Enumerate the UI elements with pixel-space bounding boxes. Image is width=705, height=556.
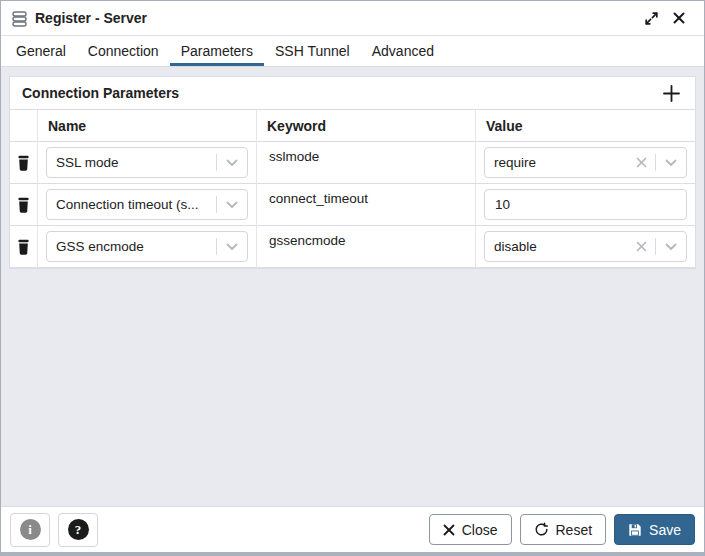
delete-row-button[interactable] xyxy=(15,195,32,215)
delete-row-button[interactable] xyxy=(15,237,32,257)
save-icon xyxy=(628,523,642,537)
server-icon xyxy=(11,10,28,27)
value-select[interactable]: require xyxy=(484,147,687,178)
chevron-down-icon[interactable] xyxy=(662,159,680,167)
sql-info-button[interactable]: i xyxy=(10,513,50,547)
plus-icon xyxy=(663,85,680,102)
name-select[interactable]: SSL mode xyxy=(46,147,248,178)
close-button-label: Close xyxy=(462,522,498,538)
name-select-value: Connection timeout (s... xyxy=(56,197,210,212)
table-row-3-value-cell: disable xyxy=(476,226,695,268)
chevron-down-icon[interactable] xyxy=(223,201,241,209)
column-header-value: Value xyxy=(476,110,695,142)
close-icon xyxy=(673,12,685,24)
select-separator xyxy=(216,238,217,255)
register-server-dialog: Register - Server General Connection Par… xyxy=(0,0,705,556)
value-select[interactable]: disable xyxy=(484,231,687,262)
name-select-value: GSS encmode xyxy=(56,239,210,254)
close-x-icon xyxy=(443,524,455,536)
value-input[interactable] xyxy=(484,189,687,220)
chevron-down-icon[interactable] xyxy=(662,243,680,251)
select-separator xyxy=(216,196,217,213)
name-select[interactable]: Connection timeout (s... xyxy=(46,189,248,220)
save-button-label: Save xyxy=(649,522,681,538)
connection-parameters-panel: Connection Parameters Name Keyword Value xyxy=(9,76,696,269)
table-row-1-value-cell: require xyxy=(476,142,695,184)
clear-value-icon[interactable] xyxy=(634,241,649,252)
select-separator xyxy=(655,154,656,171)
tab-connection[interactable]: Connection xyxy=(77,36,170,66)
name-select-value: SSL mode xyxy=(56,155,210,170)
panel-title: Connection Parameters xyxy=(22,85,179,101)
tab-general[interactable]: General xyxy=(5,36,77,66)
table-row-2-value-cell xyxy=(476,184,695,226)
table-row-3-delete-cell xyxy=(10,226,38,268)
value-select-value: disable xyxy=(494,239,634,254)
help-icon: ? xyxy=(68,519,89,540)
table-row-3-name-cell: GSS encmode xyxy=(38,226,257,268)
chevron-down-icon[interactable] xyxy=(223,159,241,167)
name-select[interactable]: GSS encmode xyxy=(46,231,248,262)
trash-icon xyxy=(17,155,30,171)
column-header-name: Name xyxy=(38,110,257,142)
maximize-button[interactable] xyxy=(640,7,662,29)
titlebar: Register - Server xyxy=(1,1,704,36)
tabbar: General Connection Parameters SSH Tunnel… xyxy=(1,36,704,67)
tab-advanced[interactable]: Advanced xyxy=(361,36,445,66)
footer: i ? Close Reset Save xyxy=(1,506,704,552)
reset-icon xyxy=(534,522,549,537)
select-separator xyxy=(655,238,656,255)
column-header-keyword: Keyword xyxy=(257,110,476,142)
header-spacer-cell xyxy=(10,110,38,142)
table-row-1-delete-cell xyxy=(10,142,38,184)
help-button[interactable]: ? xyxy=(58,513,98,547)
delete-row-button[interactable] xyxy=(15,153,32,173)
reset-button-label: Reset xyxy=(556,522,593,538)
table-row-2-keyword-cell: connect_timeout xyxy=(257,184,476,226)
tab-ssh-tunnel[interactable]: SSH Tunnel xyxy=(264,36,361,66)
clear-value-icon[interactable] xyxy=(634,157,649,168)
table-row-3-keyword-cell: gssencmode xyxy=(257,226,476,268)
trash-icon xyxy=(17,239,30,255)
table-row-2-name-cell: Connection timeout (s... xyxy=(38,184,257,226)
dialog-title: Register - Server xyxy=(35,10,640,26)
close-button[interactable] xyxy=(668,7,690,29)
panel-header: Connection Parameters xyxy=(10,77,695,110)
select-separator xyxy=(216,154,217,171)
table-row-1-keyword-cell: sslmode xyxy=(257,142,476,184)
save-button[interactable]: Save xyxy=(614,514,695,545)
trash-icon xyxy=(17,197,30,213)
info-icon: i xyxy=(20,519,41,540)
table-row-2-delete-cell xyxy=(10,184,38,226)
value-select-value: require xyxy=(494,155,634,170)
add-parameter-button[interactable] xyxy=(659,81,683,105)
parameters-table: Name Keyword Value SSL mode xyxy=(10,110,695,268)
maximize-icon xyxy=(645,12,658,25)
dialog-body: Connection Parameters Name Keyword Value xyxy=(1,67,704,506)
table-row-1-name-cell: SSL mode xyxy=(38,142,257,184)
close-dialog-button[interactable]: Close xyxy=(429,514,512,545)
reset-button[interactable]: Reset xyxy=(520,514,607,545)
tab-parameters[interactable]: Parameters xyxy=(170,36,264,66)
chevron-down-icon[interactable] xyxy=(223,243,241,251)
